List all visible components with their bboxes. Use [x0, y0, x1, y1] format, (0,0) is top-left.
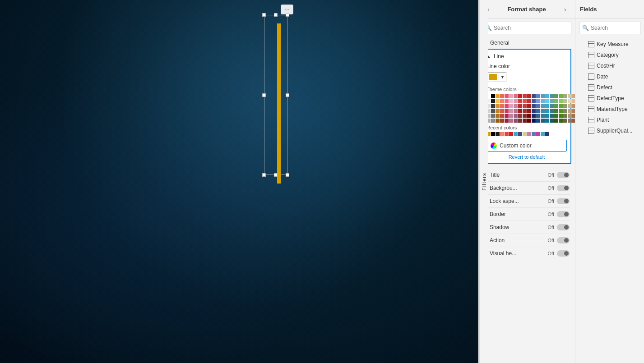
theme-color-cell[interactable] — [541, 99, 545, 103]
theme-color-cell[interactable] — [559, 109, 563, 113]
handle-bottom-left[interactable] — [262, 173, 266, 177]
theme-color-cell[interactable] — [523, 119, 527, 123]
theme-color-cell[interactable] — [518, 119, 522, 123]
field-item-cost-hr[interactable]: Cost/Hr — [575, 60, 644, 71]
theme-color-cell[interactable] — [559, 104, 563, 108]
theme-color-cell[interactable] — [518, 94, 522, 98]
field-item-plant[interactable]: Plant — [575, 115, 644, 125]
field-item-category[interactable]: Category — [575, 50, 644, 60]
color-swatch-button[interactable] — [486, 72, 499, 82]
toggle-item-backgrou---[interactable]: ▼ Backgrou... Off — [483, 182, 570, 195]
toggle-track[interactable] — [557, 211, 570, 217]
fields-search-input[interactable] — [591, 25, 644, 31]
theme-color-cell[interactable] — [505, 104, 509, 108]
line-section-header[interactable]: ▲ Line — [486, 53, 567, 60]
color-dropdown-arrow[interactable]: ▼ — [499, 72, 506, 82]
recent-color-cell[interactable] — [532, 132, 536, 136]
theme-color-cell[interactable] — [572, 109, 575, 113]
theme-color-cell[interactable] — [518, 104, 522, 108]
theme-color-cell[interactable] — [568, 109, 572, 113]
theme-color-cell[interactable] — [541, 94, 545, 98]
toggle-track[interactable] — [557, 198, 570, 204]
theme-color-cell[interactable] — [550, 99, 554, 103]
forward-button[interactable]: › — [560, 4, 570, 15]
theme-color-cell[interactable] — [559, 119, 563, 123]
theme-color-cell[interactable] — [496, 114, 500, 118]
toggle-track[interactable] — [557, 224, 570, 230]
theme-color-cell[interactable] — [496, 119, 500, 123]
theme-color-cell[interactable] — [536, 94, 540, 98]
theme-color-cell[interactable] — [523, 94, 527, 98]
theme-color-cell[interactable] — [518, 114, 522, 118]
theme-color-cell[interactable] — [536, 114, 540, 118]
field-item-defecttype[interactable]: DefectType — [575, 93, 644, 104]
theme-color-cell[interactable] — [572, 99, 575, 103]
toggle-item-lock-aspe---[interactable]: ▼ Lock aspe... Off — [483, 195, 570, 208]
recent-color-cell[interactable] — [509, 132, 513, 136]
theme-color-cell[interactable] — [509, 94, 513, 98]
theme-color-cell[interactable] — [505, 119, 509, 123]
theme-color-cell[interactable] — [554, 109, 558, 113]
theme-color-cell[interactable] — [509, 119, 513, 123]
handle-top-middle[interactable] — [274, 13, 278, 17]
theme-color-cell[interactable] — [509, 99, 513, 103]
theme-color-cell[interactable] — [550, 119, 554, 123]
theme-color-cell[interactable] — [514, 119, 518, 123]
theme-color-cell[interactable] — [491, 104, 495, 108]
field-item-key-measure[interactable]: Key Measure — [575, 39, 644, 50]
theme-color-cell[interactable] — [532, 109, 536, 113]
theme-color-cell[interactable] — [523, 104, 527, 108]
theme-color-cell[interactable] — [532, 104, 536, 108]
shape-container[interactable]: ··· — [259, 7, 293, 176]
handle-bottom-right[interactable] — [286, 173, 289, 177]
theme-color-cell[interactable] — [491, 94, 495, 98]
theme-color-cell[interactable] — [572, 104, 575, 108]
handle-middle-right[interactable] — [286, 93, 289, 97]
theme-color-cell[interactable] — [491, 99, 495, 103]
theme-color-cell[interactable] — [545, 99, 549, 103]
filters-tab[interactable]: Filters — [479, 0, 488, 363]
theme-color-cell[interactable] — [532, 94, 536, 98]
theme-color-cell[interactable] — [509, 114, 513, 118]
theme-color-cell[interactable] — [568, 94, 572, 98]
toggle-track[interactable] — [557, 172, 570, 178]
theme-color-cell[interactable] — [559, 94, 563, 98]
theme-color-cell[interactable] — [532, 119, 536, 123]
theme-color-cell[interactable] — [536, 109, 540, 113]
theme-color-cell[interactable] — [568, 114, 572, 118]
toggle-item-border[interactable]: ▼ Border Off — [483, 208, 570, 221]
theme-color-cell[interactable] — [545, 94, 549, 98]
handle-top-left[interactable] — [262, 13, 266, 17]
field-item-date[interactable]: Date — [575, 71, 644, 82]
theme-color-cell[interactable] — [568, 104, 572, 108]
theme-color-cell[interactable] — [500, 109, 504, 113]
theme-color-cell[interactable] — [527, 119, 531, 123]
theme-color-cell[interactable] — [550, 114, 554, 118]
theme-color-cell[interactable] — [545, 119, 549, 123]
theme-color-cell[interactable] — [554, 99, 558, 103]
recent-color-cell[interactable] — [500, 132, 504, 136]
theme-color-cell[interactable] — [518, 99, 522, 103]
theme-color-cell[interactable] — [536, 119, 540, 123]
theme-color-cell[interactable] — [500, 114, 504, 118]
theme-color-cell[interactable] — [505, 114, 509, 118]
theme-color-cell[interactable] — [536, 99, 540, 103]
theme-color-cell[interactable] — [572, 119, 575, 123]
theme-color-cell[interactable] — [496, 109, 500, 113]
field-item-supplierqual---[interactable]: SupplierQual... — [575, 125, 644, 136]
custom-color-button[interactable]: Custom color — [486, 140, 567, 152]
toggle-item-title[interactable]: ▼ Title Off — [483, 169, 570, 182]
recent-color-cell[interactable] — [505, 132, 509, 136]
theme-color-cell[interactable] — [500, 99, 504, 103]
toggle-track[interactable] — [557, 250, 570, 257]
theme-color-cell[interactable] — [527, 104, 531, 108]
recent-color-cell[interactable] — [514, 132, 518, 136]
theme-color-cell[interactable] — [527, 109, 531, 113]
handle-middle-left[interactable] — [262, 93, 266, 97]
field-item-defect[interactable]: Defect — [575, 82, 644, 93]
theme-color-cell[interactable] — [554, 119, 558, 123]
theme-color-cell[interactable] — [554, 114, 558, 118]
theme-color-cell[interactable] — [559, 114, 563, 118]
format-search-input[interactable] — [494, 25, 568, 31]
theme-color-cell[interactable] — [523, 114, 527, 118]
